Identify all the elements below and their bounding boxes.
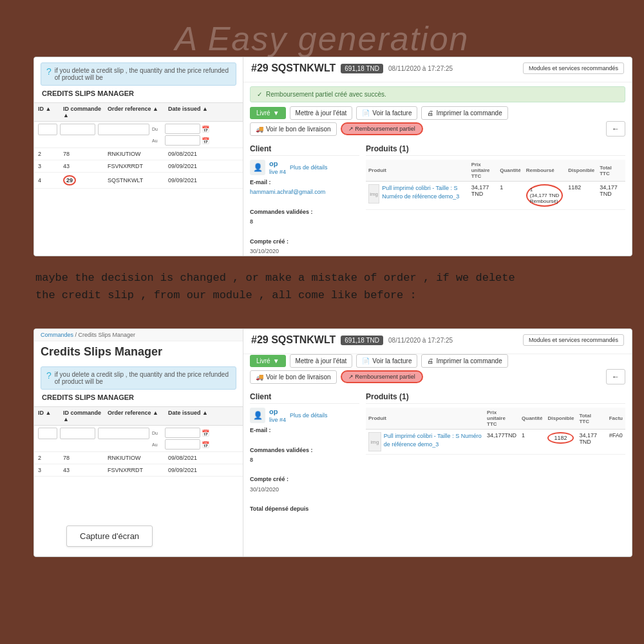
date-to-top[interactable] [165,135,200,146]
product-row-bottom: img Pull imprimé colibri - Taille : S Nu… [366,430,625,455]
products-table-head-top: Produit PrixunitaireTTC Quantité Rembour… [366,160,625,182]
back-btn-top[interactable]: ← [606,121,625,137]
row-id: 4 [38,177,61,184]
product-remboursé-top: 1(34,177 TNDRemboursé) [524,182,566,210]
calendar-from-icon-b[interactable]: 📅 [202,430,209,437]
warning-text-bottom: if you delete a credit slip , the quanti… [55,371,231,385]
order-amount-bottom: 691,18 TND [341,336,383,345]
row-date: 09/09/2021 [168,177,216,184]
remboursement-btn-bottom[interactable]: ↗ Remboursement partiel [341,370,423,383]
col-cmd-header-b: ID commande ▲ [63,410,105,422]
client-info-top: E-mail : hammami.achraf@gmail.com Comman… [250,178,359,256]
order-number-top: #29 SQSTNKWLT [251,62,336,74]
update-state-btn-bottom[interactable]: Mettre à jour l'état [290,354,353,368]
modules-btn-top[interactable]: Modules et services recommandés [523,62,624,74]
th-product-b: Produit [366,408,484,430]
row-ref-b2: FSVNXRRDT [108,467,166,473]
bottom-screenshot: Commandes / Credits Slips Manager Credit… [33,328,632,557]
status-label-top: Livré [256,109,270,117]
row-ref: FSVNXRRDT [108,163,166,169]
col-cmd-header: ID commande ▲ [63,106,105,118]
action-bar-bottom2: 🚚 Voir le bon de livraison ↗ Rembourseme… [243,369,632,388]
th-total: TotalTTC [597,160,625,182]
date-from-bottom[interactable] [165,428,200,438]
row-ref: SQSTNKWLT [108,177,166,184]
description-text: maybe the decision is changed , or make … [35,269,609,304]
back-btn-bottom[interactable]: ← [606,369,625,384]
print-icon-b: 🖨 [427,357,433,365]
calendar-to-icon[interactable]: 📅 [202,137,209,144]
question-icon-bottom: ? [46,370,52,381]
total-label-bottom: Total dépensé depuis [250,506,308,512]
bottom-table: ID ▲ ID commande ▲ Order reference ▲ Dat… [34,406,243,477]
order-date-top: 08/11/2020 à 17:27:25 [388,65,453,72]
th-price: PrixunitaireTTC [469,160,498,182]
status-dropdown-bottom[interactable]: Livré ▼ [250,355,286,367]
calendar-to-icon-b[interactable]: 📅 [202,441,209,448]
question-icon: ? [46,66,52,77]
status-dropdown-top[interactable]: Livré ▼ [250,107,286,119]
check-icon: ✓ [257,91,262,98]
table-row[interactable]: 3 43 FSVNXRRDT 09/09/2021 [34,160,243,173]
filter-cmd-bottom[interactable] [60,428,95,439]
table-row[interactable]: 2 78 RNKIUTIOW 09/08/2021 [34,148,243,160]
capture-btn[interactable]: Capture d'écran [66,526,153,547]
filter-ref-top[interactable] [98,124,149,135]
row-date-b1: 09/08/2021 [168,455,216,461]
table-row-selected[interactable]: 4 29 SQSTNKWLT 09/09/2021 [34,173,243,189]
row-ref: RNKIUTIOW [108,151,166,157]
print-order-btn-bottom[interactable]: 🖨 Imprimer la commande [421,354,507,368]
th-factu-b: Factu [607,408,625,430]
product-name-top[interactable]: Pull imprimé colibri - Taille : S Numéro… [382,184,466,200]
plus-details-top[interactable]: Plus de détails [290,164,328,171]
bon-livraison-btn-top[interactable]: 🚚 Voir le bon de livraison [250,122,337,136]
products-table-top: Produit PrixunitaireTTC Quantité Rembour… [366,160,625,210]
du-label: Du [152,127,164,131]
success-text: Remboursement partiel créé avec succès. [266,91,386,98]
client-name-row-top: 👤 oplive #4 Plus de détails [250,160,359,175]
warning-text-top: if you delete a credit slip , the quanti… [55,67,231,81]
dropdown-arrow-icon: ▼ [273,109,279,117]
products-table-bottom: Produit PrixunitaireTTC Quantité Disponi… [366,408,625,455]
row-cmd: 43 [63,163,105,169]
voir-facture-btn-bottom[interactable]: 📄 Voir la facture [356,354,417,368]
product-cell: img Pull imprimé colibri - Taille : S Nu… [366,182,469,210]
filter-cmd-top[interactable] [60,124,95,135]
date-to-bottom[interactable] [165,439,200,450]
row-ref-b1: RNKIUTIOW [108,455,166,461]
order-title-row-bottom: #29 SQSTNKWLT 691,18 TND 08/11/2020 à 17… [251,334,523,346]
filter-row-bottom: Du 📅 Au 📅 [34,426,243,452]
breadcrumb-link-commandes[interactable]: Commandes [41,332,73,338]
du-label-b: Du [152,431,164,435]
client-name-top[interactable]: oplive #4 [269,160,286,175]
filter-id-top[interactable] [38,124,57,135]
client-section-bottom: Client 👤 oplive #4 Plus de détails E-mai… [250,392,359,515]
calendar-from-icon[interactable]: 📅 [202,126,209,133]
table-row-b2[interactable]: 3 43 FSVNXRRDT 09/09/2021 [34,464,243,477]
commandes-label-bottom: Commandes validées : [250,447,313,453]
modules-btn-bottom[interactable]: Modules et services recommandés [523,334,624,346]
client-avatar-bottom: 👤 [250,408,265,423]
product-price-bottom: 34,177TND [484,430,519,455]
bon-livraison-btn-bottom[interactable]: 🚚 Voir le bon de livraison [250,370,337,384]
print-icon: 🖨 [427,109,433,117]
product-image-top: img [368,184,379,204]
products-section-top: Produits (1) Produit PrixunitaireTTC Qua… [366,144,625,256]
product-total-bottom: 34,177 TND [576,430,606,455]
print-order-btn-top[interactable]: 🖨 Imprimer la commande [421,106,507,120]
table-row-b1[interactable]: 2 78 RNKIUTIOW 09/08/2021 [34,452,243,464]
remboursement-btn-top[interactable]: ↗ Remboursement partiel [341,122,423,135]
plus-details-bottom[interactable]: Plus de détails [290,412,328,419]
update-state-btn-top[interactable]: Mettre à jour l'état [290,106,353,120]
filter-ref-bottom[interactable] [98,428,149,439]
client-name-bottom[interactable]: oplive #4 [269,408,286,423]
filter-id-bottom[interactable] [38,428,57,439]
product-disponible-top: 1182 [565,182,597,210]
product-disponible-bottom: 1182 [545,430,576,455]
col-ref-header: Order reference ▲ [108,106,166,118]
voir-facture-btn-top[interactable]: 📄 Voir la facture [356,106,417,120]
date-from-top[interactable] [165,124,200,134]
email-link-top[interactable]: hammami.achraf@gmail.com [250,189,325,195]
product-name-bottom[interactable]: Pull imprimé colibri - Taille : S Numéro… [384,432,482,448]
row-id: 2 [38,151,61,157]
